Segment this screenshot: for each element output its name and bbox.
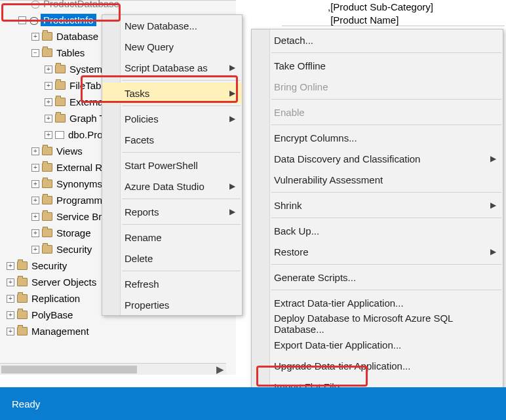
collapse-icon[interactable] xyxy=(31,49,39,57)
menu-separator xyxy=(122,105,241,106)
tree-label: ProductInfo xyxy=(41,14,96,26)
tree-node-productdatabase[interactable]: ProductDatabase xyxy=(0,0,236,12)
menu-start-powershell[interactable]: Start PowerShell xyxy=(102,155,242,176)
database-icon xyxy=(29,16,38,25)
chevron-right-icon: ▶ xyxy=(229,63,235,72)
tree-label: Security xyxy=(30,260,67,271)
chevron-right-icon: ▶ xyxy=(229,181,235,191)
menu-shrink[interactable]: Shrink▶ xyxy=(252,195,503,216)
expand-icon[interactable] xyxy=(31,33,39,41)
menu-new-database[interactable]: New Database... xyxy=(102,15,242,36)
database-context-menu: New Database... New Query Script Databas… xyxy=(102,14,243,316)
menu-reports[interactable]: Reports▶ xyxy=(102,201,242,222)
folder-icon xyxy=(42,196,52,204)
expand-icon[interactable] xyxy=(31,164,39,172)
menu-separator xyxy=(271,192,501,193)
menu-restore[interactable]: Restore▶ xyxy=(252,241,503,262)
folder-icon xyxy=(42,180,52,188)
expand-icon[interactable] xyxy=(45,98,52,106)
menu-separator xyxy=(122,80,241,81)
menu-new-query[interactable]: New Query xyxy=(102,36,242,57)
expand-icon[interactable] xyxy=(31,246,39,254)
tree-label: Tables xyxy=(55,47,85,58)
menu-separator xyxy=(271,99,501,100)
status-text: Ready xyxy=(12,398,40,410)
menu-data-discovery[interactable]: Data Discovery and Classification▶ xyxy=(252,148,503,169)
chevron-right-icon: ▶ xyxy=(229,88,235,98)
menu-separator xyxy=(122,224,241,225)
chevron-right-icon: ▶ xyxy=(490,247,496,256)
menu-azure-data-studio[interactable]: Azure Data Studio▶ xyxy=(102,176,242,197)
tasks-submenu: Detach... Take Offline Bring Online Enab… xyxy=(251,29,503,420)
table-icon xyxy=(55,131,64,139)
tree-label: Security xyxy=(55,244,92,255)
menu-export-datatier[interactable]: Export Data-tier Application... xyxy=(252,334,503,355)
folder-icon xyxy=(55,98,66,106)
menu-separator xyxy=(271,290,501,290)
sql-editor-snippet: ,[Product Sub-Category] [Product Name] xyxy=(282,0,505,26)
menu-policies[interactable]: Policies▶ xyxy=(102,108,242,129)
menu-tasks[interactable]: Tasks▶ xyxy=(102,83,242,104)
tree-label: Replication xyxy=(30,293,80,304)
menu-detach[interactable]: Detach... xyxy=(252,29,503,50)
folder-icon xyxy=(55,65,66,73)
menu-encrypt-columns[interactable]: Encrypt Columns... xyxy=(252,127,503,148)
menu-take-offline[interactable]: Take Offline xyxy=(252,55,503,76)
folder-icon xyxy=(42,48,52,57)
menu-extract-datatier[interactable]: Extract Data-tier Application... xyxy=(252,292,503,313)
expand-icon[interactable] xyxy=(31,147,39,155)
folder-icon xyxy=(42,212,52,221)
expand-icon[interactable] xyxy=(31,229,39,237)
collapse-icon[interactable] xyxy=(18,16,26,24)
tree-label: Server Objects xyxy=(30,277,96,288)
menu-enable: Enable xyxy=(252,102,503,123)
expand-icon[interactable] xyxy=(31,180,39,188)
menu-deploy-azure[interactable]: Deploy Database to Microsoft Azure SQL D… xyxy=(252,313,503,334)
menu-separator xyxy=(271,218,501,218)
menu-properties[interactable]: Properties xyxy=(102,294,242,315)
expand-icon[interactable] xyxy=(45,66,52,73)
folder-icon xyxy=(42,163,52,172)
folder-icon xyxy=(17,327,28,335)
expand-icon[interactable] xyxy=(31,213,39,221)
chevron-right-icon: ▶ xyxy=(229,114,235,123)
expand-icon[interactable] xyxy=(7,278,14,286)
expand-icon[interactable] xyxy=(7,295,14,303)
tree-node-management[interactable]: Management xyxy=(0,323,236,339)
menu-bring-online: Bring Online xyxy=(252,76,503,97)
status-bar: Ready xyxy=(0,387,506,420)
menu-script-database-as[interactable]: Script Database as▶ xyxy=(102,57,242,78)
folder-icon xyxy=(55,81,66,90)
expand-icon[interactable] xyxy=(45,82,52,90)
tree-label: PolyBase xyxy=(30,309,73,320)
scroll-right-icon[interactable]: ▶ xyxy=(214,364,226,375)
menu-separator xyxy=(122,271,241,271)
folder-icon xyxy=(17,294,28,303)
tree-label: Management xyxy=(30,326,89,337)
menu-rename[interactable]: Rename xyxy=(102,227,242,248)
expand-icon[interactable] xyxy=(7,262,14,270)
menu-back-up[interactable]: Back Up... xyxy=(252,220,503,241)
menu-facets[interactable]: Facets xyxy=(102,129,242,150)
tree-label: Views xyxy=(55,145,83,157)
folder-icon xyxy=(17,278,28,286)
menu-separator xyxy=(271,52,501,53)
expand-icon[interactable] xyxy=(7,328,14,335)
expand-icon[interactable] xyxy=(45,115,52,123)
horizontal-scrollbar[interactable]: ▶ xyxy=(0,363,226,375)
folder-icon xyxy=(42,229,52,237)
menu-separator xyxy=(271,264,501,265)
tree-label: ProductDatabase xyxy=(42,0,119,9)
menu-vulnerability-assessment[interactable]: Vulnerability Assessment xyxy=(252,169,503,190)
expand-icon[interactable] xyxy=(31,197,39,204)
menu-upgrade-datatier[interactable]: Upgrade Data-tier Application... xyxy=(252,355,503,376)
menu-refresh[interactable]: Refresh xyxy=(102,273,242,294)
tree-label: Storage xyxy=(55,227,91,239)
expand-icon[interactable] xyxy=(7,311,14,319)
expand-icon[interactable] xyxy=(45,131,52,139)
menu-separator xyxy=(271,124,501,125)
folder-icon xyxy=(42,147,52,155)
scroll-thumb[interactable] xyxy=(1,366,137,373)
menu-delete[interactable]: Delete xyxy=(102,248,242,269)
menu-generate-scripts[interactable]: Generate Scripts... xyxy=(252,267,503,288)
